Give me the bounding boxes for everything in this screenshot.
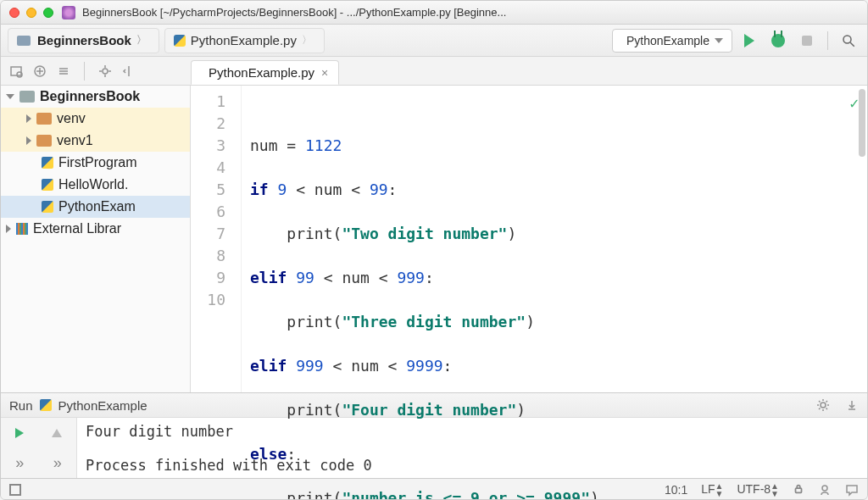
tree-item-venv1[interactable]: venv1 xyxy=(1,130,190,152)
pycharm-app-icon xyxy=(62,6,75,19)
feedback-icon[interactable] xyxy=(845,483,859,497)
editor-tab-filename: PythonExample.py xyxy=(209,65,314,80)
folder-icon xyxy=(36,135,52,147)
run-panel-config: PythonExample xyxy=(58,398,147,413)
python-file-icon xyxy=(40,399,52,411)
toolbar-separator xyxy=(827,31,828,50)
toolbar-separator xyxy=(84,62,85,81)
titlebar: BeginnersBook [~/PycharmProjects/Beginne… xyxy=(1,1,867,25)
chevron-down-icon xyxy=(715,38,723,43)
run-panel-label: Run xyxy=(9,398,33,413)
scroll-up-button[interactable] xyxy=(52,429,62,437)
search-button[interactable] xyxy=(837,29,860,53)
more-actions-button[interactable]: » xyxy=(53,454,62,472)
svg-point-10 xyxy=(103,69,108,74)
select-opened-file-button[interactable] xyxy=(9,64,23,78)
editor-scrollbar[interactable] xyxy=(859,89,865,157)
debug-button[interactable] xyxy=(766,29,790,53)
run-gutter: » » xyxy=(1,418,77,478)
expand-all-button[interactable] xyxy=(33,64,47,78)
tree-item-firstprogram[interactable]: FirstProgram xyxy=(1,152,190,174)
run-button[interactable] xyxy=(737,29,761,53)
svg-point-0 xyxy=(843,36,851,43)
breadcrumb-file[interactable]: PythonExample.py 〉 xyxy=(164,28,325,53)
expand-icon[interactable] xyxy=(26,114,31,123)
python-file-icon xyxy=(42,157,53,169)
line-number-gutter: 1 2 3 4 5 6 7 8 9 10 xyxy=(191,86,242,392)
tree-label: FirstProgram xyxy=(58,155,136,170)
close-window-button[interactable] xyxy=(9,8,19,18)
rerun-button[interactable] xyxy=(15,428,24,438)
main-area: BeginnersBook venv venv1 FirstProgram He… xyxy=(1,86,867,392)
library-icon xyxy=(16,223,28,235)
tree-external-libraries[interactable]: External Librar xyxy=(1,218,190,240)
breadcrumb-file-label: PythonExample.py xyxy=(191,33,297,47)
stop-button[interactable] xyxy=(795,29,819,53)
svg-rect-2 xyxy=(11,67,21,75)
code-editor[interactable]: 1 2 3 4 5 6 7 8 9 10 num = 1122 if 9 < n… xyxy=(191,86,867,392)
main-toolbar: BeginnersBook 〉 PythonExample.py 〉 Pytho… xyxy=(1,25,867,57)
hide-button[interactable] xyxy=(122,64,136,78)
tree-root[interactable]: BeginnersBook xyxy=(1,86,190,108)
expand-icon[interactable] xyxy=(6,94,14,99)
python-file-icon xyxy=(42,201,53,213)
chevron-right-icon: 〉 xyxy=(302,33,312,47)
stop-icon xyxy=(802,36,812,46)
run-settings-button[interactable] xyxy=(816,398,830,412)
run-hide-button[interactable] xyxy=(845,398,859,412)
collapse-all-button[interactable] xyxy=(57,64,70,78)
minimize-window-button[interactable] xyxy=(26,8,36,18)
run-config-selector[interactable]: PythonExample xyxy=(612,29,732,53)
maximize-window-button[interactable] xyxy=(43,8,53,18)
code-content[interactable]: num = 1122 if 9 < num < 99: print("Two d… xyxy=(242,86,867,392)
line-number: 8 xyxy=(191,245,225,267)
line-number: 7 xyxy=(191,223,225,245)
play-icon xyxy=(744,34,754,47)
tree-root-label: BeginnersBook xyxy=(40,89,140,104)
sub-toolbar: PythonExample.py × xyxy=(1,57,867,86)
chevron-right-icon: 〉 xyxy=(136,33,147,47)
tree-label: venv1 xyxy=(57,133,93,148)
bug-icon xyxy=(771,34,785,47)
breadcrumb-project-label: BeginnersBook xyxy=(37,33,131,47)
line-number: 3 xyxy=(191,135,225,157)
python-file-icon xyxy=(42,179,53,191)
tool-windows-button[interactable] xyxy=(9,484,21,496)
search-icon xyxy=(841,33,856,48)
line-number: 5 xyxy=(191,179,225,201)
breadcrumb-project[interactable]: BeginnersBook 〉 xyxy=(8,28,159,53)
line-number: 1 xyxy=(191,91,225,113)
folder-icon xyxy=(19,91,35,103)
line-number: 2 xyxy=(191,113,225,135)
tree-label: venv xyxy=(57,111,86,126)
tree-label: HelloWorld. xyxy=(58,177,128,192)
tree-label: External Librar xyxy=(33,221,121,236)
settings-button[interactable] xyxy=(98,64,112,78)
tree-item-venv[interactable]: venv xyxy=(1,108,190,130)
tree-item-helloworld[interactable]: HelloWorld. xyxy=(1,174,190,196)
svg-line-1 xyxy=(850,42,854,47)
expand-icon[interactable] xyxy=(6,225,11,233)
project-sidebar[interactable]: BeginnersBook venv venv1 FirstProgram He… xyxy=(1,86,191,392)
line-number: 4 xyxy=(191,157,225,179)
window-controls xyxy=(9,8,53,18)
more-actions-button[interactable]: » xyxy=(15,454,24,472)
svg-point-12 xyxy=(821,403,826,408)
tree-item-pythonexample[interactable]: PythonExam xyxy=(1,196,190,218)
line-number: 9 xyxy=(191,267,225,289)
tree-label: PythonExam xyxy=(58,199,136,214)
line-number: 10 xyxy=(191,289,225,311)
window-title: BeginnersBook [~/PycharmProjects/Beginne… xyxy=(82,6,506,19)
current-line-highlight xyxy=(242,289,867,311)
expand-icon[interactable] xyxy=(26,136,31,145)
close-tab-button[interactable]: × xyxy=(321,66,328,80)
folder-icon xyxy=(36,113,52,125)
folder-icon xyxy=(17,36,31,46)
inspector-icon[interactable] xyxy=(818,483,832,497)
inspection-ok-icon: ✓ xyxy=(849,92,859,114)
line-number: 6 xyxy=(191,201,225,223)
editor-tab[interactable]: PythonExample.py × xyxy=(191,60,339,85)
python-file-icon xyxy=(174,35,186,47)
console-line: Four digit number xyxy=(86,423,233,440)
run-config-name: PythonExample xyxy=(626,34,709,47)
